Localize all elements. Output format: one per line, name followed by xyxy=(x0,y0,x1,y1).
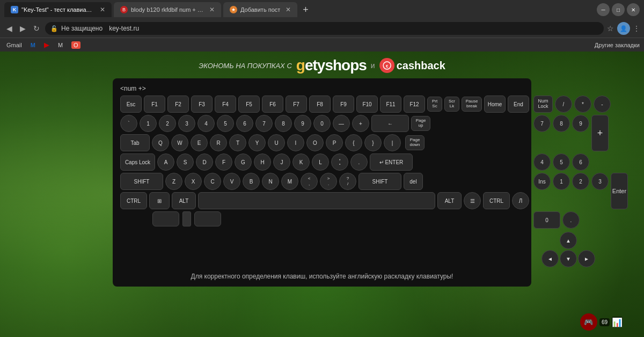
key-m[interactable]: M xyxy=(281,173,298,190)
key-f6[interactable]: F6 xyxy=(262,96,283,113)
key-extra-1[interactable] xyxy=(152,211,179,226)
key-w[interactable]: W xyxy=(171,134,188,151)
key-s[interactable]: S xyxy=(177,153,194,171)
key-g[interactable]: G xyxy=(235,153,252,171)
key-menu[interactable]: ☰ xyxy=(464,192,481,209)
key-f1[interactable]: F1 xyxy=(144,96,165,113)
key-b[interactable]: B xyxy=(243,173,260,190)
close-button[interactable]: ✕ xyxy=(627,3,640,16)
key-z[interactable]: Z xyxy=(165,173,182,190)
key-scrlk[interactable]: ScrLk xyxy=(444,97,459,112)
key-backtick[interactable]: ` xyxy=(120,115,137,132)
tab-close-blody[interactable]: ✕ xyxy=(209,6,215,13)
new-tab-button[interactable]: + xyxy=(299,4,312,16)
key-lbrace[interactable]: { xyxy=(345,134,362,151)
key-tab[interactable]: Tab xyxy=(120,134,150,151)
key-o[interactable]: O xyxy=(306,134,324,151)
np-8[interactable]: 8 xyxy=(553,115,570,132)
key-rbrace[interactable]: } xyxy=(364,134,382,151)
tab-addpost[interactable]: ★ Добавить пост ✕ xyxy=(223,2,297,17)
key-9[interactable]: 9 xyxy=(294,115,311,132)
key-pause[interactable]: Pausebreak xyxy=(462,97,482,112)
key-e[interactable]: E xyxy=(191,134,208,151)
key-arrow-left[interactable]: ◄ xyxy=(541,250,559,267)
tab-keytest[interactable]: K "Key-Test" - тест клавиатуры он... ✕ xyxy=(4,2,112,17)
bookmark-youtube[interactable]: ▶ xyxy=(42,40,52,50)
key-l-cyrillic[interactable]: Л xyxy=(512,192,529,209)
key-l[interactable]: L xyxy=(312,153,329,171)
key-f5[interactable]: F5 xyxy=(238,96,260,113)
np-enter[interactable]: Enter xyxy=(611,173,628,209)
key-p[interactable]: P xyxy=(326,134,343,151)
key-lt[interactable]: <, xyxy=(301,173,318,190)
back-button[interactable]: ◀ xyxy=(4,23,14,34)
key-pipe[interactable]: | xyxy=(384,134,401,151)
key-j[interactable]: J xyxy=(273,153,290,171)
profile-button[interactable]: 👤 xyxy=(617,22,630,35)
np-1[interactable]: 1 xyxy=(553,173,570,190)
key-win[interactable]: ⊞ xyxy=(149,192,170,209)
ad-banner[interactable]: ЭКОНОМЬ НА ПОКУПКАХ С getyshops и € cash… xyxy=(199,57,445,74)
key-f3[interactable]: F3 xyxy=(191,96,213,113)
key-minus[interactable]: — xyxy=(333,115,350,132)
key-4[interactable]: 4 xyxy=(197,115,215,132)
key-ctrl-left[interactable]: CTRL xyxy=(120,192,147,209)
np-4[interactable]: 4 xyxy=(533,153,551,171)
extensions-icon[interactable]: ⋮ xyxy=(633,25,640,32)
key-home[interactable]: Home xyxy=(484,96,506,113)
key-8[interactable]: 8 xyxy=(275,115,292,132)
np-2[interactable]: 2 xyxy=(572,173,589,190)
forward-button[interactable]: ▶ xyxy=(18,23,28,34)
key-pagedown[interactable]: Pagedown xyxy=(405,135,425,150)
np-minus[interactable]: - xyxy=(594,96,611,113)
np-numlock[interactable]: NumLock xyxy=(533,96,553,113)
key-f11[interactable]: F11 xyxy=(380,96,401,113)
key-5[interactable]: 5 xyxy=(217,115,234,132)
key-f2[interactable]: F2 xyxy=(167,96,189,113)
key-r[interactable]: R xyxy=(210,134,227,151)
key-extra-2[interactable] xyxy=(194,211,221,226)
key-arrow-up[interactable]: ▲ xyxy=(560,232,577,249)
np-7[interactable]: 7 xyxy=(533,115,551,132)
key-2[interactable]: 2 xyxy=(159,115,176,132)
key-ctrl-right[interactable]: CTRL xyxy=(483,192,510,209)
key-f[interactable]: F xyxy=(215,153,232,171)
key-del[interactable]: del xyxy=(404,173,423,190)
key-gt[interactable]: >. xyxy=(320,173,337,190)
key-t[interactable]: T xyxy=(229,134,246,151)
key-alt-right[interactable]: ALT xyxy=(437,192,462,209)
key-x[interactable]: X xyxy=(185,173,202,190)
key-backspace[interactable]: ← xyxy=(371,115,409,132)
np-ins[interactable]: Ins xyxy=(533,173,551,190)
key-7[interactable]: 7 xyxy=(255,115,273,132)
maximize-button[interactable]: □ xyxy=(612,3,625,16)
key-prtsc[interactable]: PrtSc xyxy=(427,97,442,112)
np-dot[interactable]: . xyxy=(562,211,580,229)
key-1[interactable]: 1 xyxy=(140,115,157,132)
address-bar[interactable]: 🔓 Не защищено key-test.ru xyxy=(45,22,604,35)
key-k[interactable]: K xyxy=(292,153,310,171)
np-plus[interactable]: + xyxy=(591,115,609,151)
key-capslock[interactable]: Caps Lock xyxy=(120,153,155,171)
key-u[interactable]: U xyxy=(268,134,285,151)
key-v[interactable]: V xyxy=(223,173,240,190)
bookmarks-more-button[interactable]: Другие закладки xyxy=(595,42,640,48)
key-f12[interactable]: F12 xyxy=(404,96,425,113)
key-f10[interactable]: F10 xyxy=(356,96,378,113)
key-h[interactable]: H xyxy=(254,153,271,171)
bookmark-o[interactable]: О xyxy=(69,40,83,50)
key-i[interactable]: I xyxy=(287,134,304,151)
key-f7[interactable]: F7 xyxy=(286,96,307,113)
key-6[interactable]: 6 xyxy=(236,115,253,132)
key-q[interactable]: Q xyxy=(152,134,169,151)
key-d[interactable]: D xyxy=(196,153,213,171)
np-9[interactable]: 9 xyxy=(572,115,589,132)
key-quote[interactable]: . xyxy=(350,153,368,171)
key-pageup[interactable]: Pageup xyxy=(411,116,430,131)
bookmark-m1[interactable]: М xyxy=(28,41,38,49)
bookmark-button[interactable]: ☆ xyxy=(607,24,614,33)
key-question[interactable]: ?/ xyxy=(339,173,356,190)
np-3[interactable]: 3 xyxy=(591,173,609,190)
key-f9[interactable]: F9 xyxy=(333,96,354,113)
tab-blody[interactable]: B blody b120 rkfdbif num + - Пои... ✕ xyxy=(114,2,221,17)
